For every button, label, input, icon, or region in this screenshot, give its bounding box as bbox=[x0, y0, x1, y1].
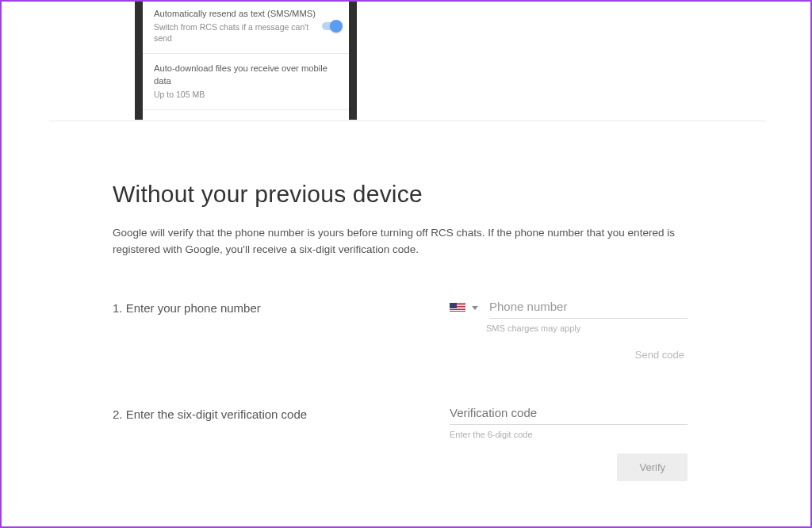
phone-mockup: Automatically resend as text (SMS/MMS) S… bbox=[135, 0, 357, 120]
divider bbox=[49, 121, 766, 121]
phone-hint: SMS charges may apply bbox=[450, 323, 699, 333]
verify-button[interactable]: Verify bbox=[617, 453, 688, 481]
us-flag-icon[interactable] bbox=[450, 303, 465, 312]
setting-auto-download-roaming: Auto-download files while roaming Charge… bbox=[143, 110, 349, 120]
verification-hint: Enter the 6-digit code bbox=[450, 430, 699, 439]
step-2-controls: Enter the 6-digit code Verify bbox=[450, 403, 699, 481]
setting-title: Auto-download files while roaming bbox=[154, 119, 339, 120]
setting-subtitle: Switch from RCS chats if a message can't… bbox=[154, 21, 312, 44]
phone-settings-list: Automatically resend as text (SMS/MMS) S… bbox=[143, 0, 349, 120]
setting-title: Auto-download files you receive over mob… bbox=[154, 63, 339, 86]
step-1-controls: SMS charges may apply Send code bbox=[450, 297, 699, 362]
step-1: 1. Enter your phone number SMS charges m… bbox=[113, 297, 699, 362]
setting-title: Automatically resend as text (SMS/MMS) bbox=[154, 8, 339, 20]
country-dropdown-icon[interactable] bbox=[472, 306, 478, 310]
toggle-icon bbox=[322, 22, 341, 30]
section-heading: Without your previous device bbox=[113, 181, 699, 208]
setting-subtitle: Up to 105 MB bbox=[154, 89, 312, 100]
send-code-button[interactable]: Send code bbox=[635, 349, 684, 361]
verification-code-input[interactable] bbox=[450, 403, 688, 425]
setting-auto-download-mobile: Auto-download files you receive over mob… bbox=[143, 54, 349, 109]
steps: 1. Enter your phone number SMS charges m… bbox=[113, 282, 699, 481]
setting-auto-resend: Automatically resend as text (SMS/MMS) S… bbox=[143, 0, 349, 54]
phone-frame: Automatically resend as text (SMS/MMS) S… bbox=[135, 0, 357, 120]
section-lead: Google will verify that the phone number… bbox=[113, 225, 699, 258]
step-2: 2. Enter the six-digit verification code… bbox=[113, 403, 699, 481]
phone-number-input[interactable] bbox=[489, 297, 688, 319]
step-1-label: 1. Enter your phone number bbox=[113, 297, 450, 315]
article-body: Without your previous device Google will… bbox=[113, 181, 699, 258]
step-2-label: 2. Enter the six-digit verification code bbox=[113, 403, 450, 421]
